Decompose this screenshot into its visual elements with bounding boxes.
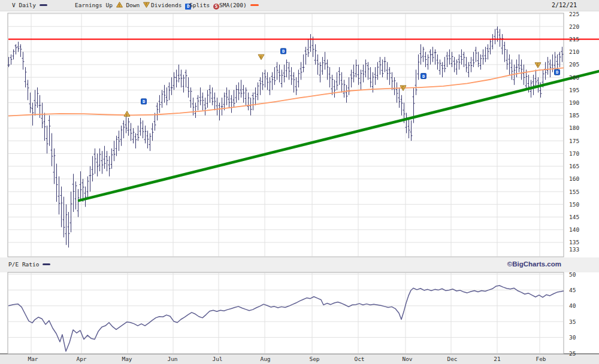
price-tick-label: 135: [569, 239, 579, 245]
month-tick-label: Dec: [447, 356, 457, 362]
dividend-marker: D: [555, 69, 560, 75]
pe-tick-label: 50: [569, 271, 576, 278]
price-tick-label: 190: [569, 99, 579, 106]
svg-text:E: E: [402, 86, 404, 89]
month-tick-label: Jul: [212, 356, 222, 362]
dividend-marker: D: [141, 99, 147, 104]
month-tick-label: Mar: [28, 356, 38, 362]
svg-text:D: D: [556, 70, 558, 75]
svg-text:D: D: [143, 99, 145, 104]
month-tick-label: Oct: [354, 356, 364, 362]
svg-text:E: E: [537, 63, 539, 66]
pe-tick-label: 25: [569, 350, 576, 357]
svg-text:D: D: [422, 74, 425, 79]
price-and-pe-chart: DDDDEEEE 2252202152102052001951901851801…: [0, 0, 599, 364]
price-tick-label: 210: [569, 48, 579, 55]
price-tick-label: 180: [569, 125, 579, 131]
pe-tick-label: 45: [569, 287, 576, 293]
price-tick-label: 220: [569, 23, 579, 30]
price-tick-label: 165: [569, 163, 579, 169]
price-tick-label: 185: [569, 112, 579, 119]
dividend-marker: D: [421, 73, 426, 78]
pe-tick-label: 35: [569, 318, 576, 325]
month-tick-label: 21: [494, 356, 501, 362]
pe-tick-label: 40: [569, 302, 576, 309]
price-tick-label: 215: [569, 36, 579, 43]
price-tick-label: 205: [569, 61, 579, 68]
svg-text:D: D: [282, 49, 285, 54]
price-tick-label: 195: [569, 87, 579, 93]
price-tick-label: 160: [569, 175, 579, 182]
price-tick-label: 200: [569, 74, 579, 81]
price-tick-label: 150: [569, 201, 579, 208]
month-tick-label: Jun: [167, 356, 177, 362]
month-tick-label: Nov: [402, 356, 412, 362]
price-min-label: 133: [569, 246, 579, 253]
pe-tick-label: 30: [569, 334, 576, 341]
pe-panel: [8, 272, 564, 354]
svg-text:E: E: [126, 113, 128, 117]
bigcharts-screenshot: V Daily Earnings Up E Down E Dividends D…: [0, 0, 599, 364]
month-tick-label: Aug: [260, 356, 270, 362]
dividend-marker: D: [281, 48, 286, 54]
price-tick-label: 175: [569, 138, 579, 144]
price-tick-label: 145: [569, 214, 579, 220]
month-tick-label: Sep: [309, 356, 319, 362]
month-tick-label: Feb: [536, 356, 546, 362]
month-tick-label: May: [122, 356, 132, 362]
price-tick-label: 140: [569, 226, 579, 233]
price-tick-label: 155: [569, 189, 579, 195]
svg-text:E: E: [260, 55, 262, 59]
price-tick-label: 225: [569, 11, 579, 17]
chart-panels: [8, 13, 564, 354]
month-tick-label: Apr: [76, 356, 86, 362]
price-tick-label: 170: [569, 150, 579, 157]
